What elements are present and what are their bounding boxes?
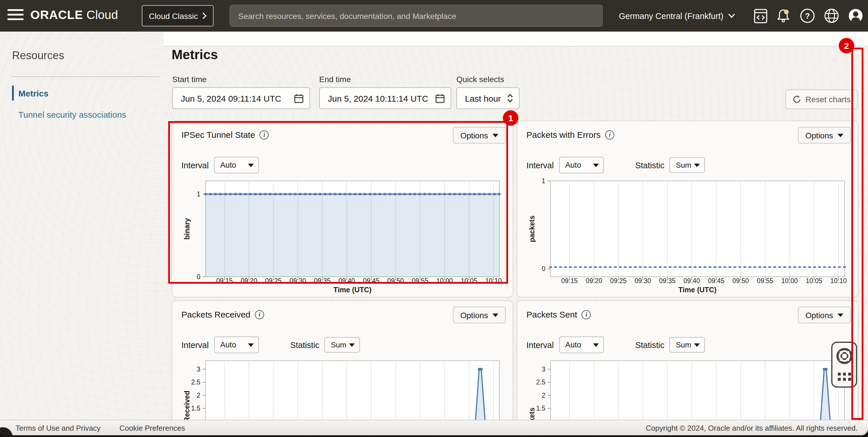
info-icon[interactable]: i: [582, 310, 591, 319]
active-indicator-bar: [12, 86, 14, 100]
caret-down-icon: [694, 343, 700, 347]
scrolled-panel-edge: [164, 32, 868, 46]
statistic-select[interactable]: Sum: [324, 337, 360, 352]
svg-text:09:55: 09:55: [412, 277, 429, 284]
svg-text:1: 1: [197, 190, 200, 198]
help-icon[interactable]: ?: [800, 8, 815, 24]
start-time-field[interactable]: Jun 5, 2024 09:11:14 UTC: [172, 87, 310, 109]
options-button[interactable]: Options: [798, 307, 851, 323]
statistic-value: Sum: [331, 341, 346, 349]
caret-down-icon: [593, 163, 598, 167]
svg-text:binary: binary: [183, 218, 191, 240]
caret-down-icon: [493, 313, 498, 317]
statistic-value: Sum: [676, 341, 691, 349]
hamburger-menu-icon[interactable]: [7, 9, 24, 22]
svg-text:10:05: 10:05: [461, 277, 477, 284]
region-label: Germany Central (Frankfurt): [619, 11, 723, 21]
chart-title: Packets Sent: [526, 310, 577, 319]
statistic-label: Statistic: [290, 340, 319, 349]
terms-link[interactable]: Terms of Use and Privacy: [16, 424, 100, 432]
interval-label: Interval: [526, 340, 554, 349]
reset-charts-button[interactable]: Reset charts: [785, 90, 858, 109]
statistic-label: Statistic: [635, 160, 664, 170]
stepper-icon: [507, 94, 513, 103]
logo-cloud: Cloud: [86, 8, 118, 21]
reset-charts-label: Reset charts: [805, 95, 850, 104]
developer-console-icon[interactable]: [753, 8, 768, 24]
calendar-icon[interactable]: [435, 93, 445, 103]
cookie-preferences-link[interactable]: Cookie Preferences: [119, 424, 185, 432]
svg-text:2: 2: [541, 392, 546, 399]
sidebar-item-label: Metrics: [19, 88, 49, 98]
packets-with-errors-chart[interactable]: 09:1509:2009:2509:3009:3509:4009:4509:50…: [526, 175, 849, 296]
user-avatar-icon[interactable]: [848, 8, 863, 24]
svg-text:09:15: 09:15: [561, 277, 578, 284]
caret-down-icon: [694, 163, 700, 167]
options-button[interactable]: Options: [453, 307, 506, 323]
info-icon[interactable]: i: [255, 310, 264, 319]
interval-select[interactable]: Auto: [214, 157, 259, 174]
svg-text:2.5: 2.5: [191, 378, 200, 386]
info-icon[interactable]: i: [260, 130, 269, 139]
info-icon[interactable]: i: [605, 130, 614, 139]
svg-text:09:30: 09:30: [290, 277, 306, 284]
svg-text:1: 1: [541, 177, 546, 185]
support-widget[interactable]: [831, 342, 857, 387]
oracle-cloud-logo[interactable]: ORACLECloud: [30, 8, 118, 22]
chart-card-packets-with-errors: Packets with Errors i Options Interval A…: [517, 121, 858, 298]
caret-down-icon: [493, 133, 498, 137]
options-button[interactable]: Options: [798, 127, 851, 144]
search-input[interactable]: [229, 5, 603, 27]
svg-text:09:55: 09:55: [757, 277, 774, 284]
annotation-badge-1: 1: [503, 110, 518, 126]
ipsec-tunnel-state-chart[interactable]: 09:1509:2009:2509:3009:3509:4009:4509:50…: [181, 175, 505, 296]
browser-viewport: ORACLECloud Cloud Classic Germany Centra…: [0, 0, 868, 437]
footer: Terms of Use and Privacy Cookie Preferen…: [0, 420, 868, 435]
interval-value: Auto: [565, 341, 581, 349]
interval-value: Auto: [220, 161, 236, 169]
svg-text:1.5: 1.5: [536, 405, 546, 412]
svg-text:0: 0: [197, 273, 200, 281]
sidebar-divider: [12, 76, 160, 77]
quick-selects-label: Quick selects: [456, 75, 504, 84]
end-time-field[interactable]: Jun 5, 2024 10:11:14 UTC: [319, 87, 451, 109]
cloud-classic-button[interactable]: Cloud Classic: [142, 5, 214, 26]
caret-down-icon: [838, 133, 843, 137]
statistic-select[interactable]: Sum: [670, 337, 705, 352]
quick-selects-dropdown[interactable]: Last hour: [456, 87, 520, 109]
interval-select[interactable]: Auto: [559, 157, 603, 174]
caret-down-icon: [248, 163, 253, 167]
end-time-value: Jun 5, 2024 10:11:14 UTC: [328, 93, 435, 103]
sidebar-item-metrics[interactable]: Metrics: [12, 86, 49, 100]
end-time-label: End time: [319, 75, 351, 84]
svg-text:09:15: 09:15: [216, 277, 233, 284]
caret-down-icon: [838, 313, 843, 317]
svg-text:2: 2: [197, 392, 200, 399]
cloud-classic-label: Cloud Classic: [149, 11, 198, 21]
calendar-icon[interactable]: [294, 93, 304, 103]
options-button[interactable]: Options: [453, 127, 506, 144]
notifications-bell-icon[interactable]: [776, 8, 791, 24]
chevron-right-icon: [202, 12, 207, 20]
statistic-select[interactable]: Sum: [670, 157, 705, 173]
svg-text:Time (UTC): Time (UTC): [334, 286, 372, 294]
language-globe-icon[interactable]: [824, 8, 839, 24]
svg-text:09:30: 09:30: [634, 277, 651, 284]
svg-text:2.5: 2.5: [536, 378, 546, 386]
sidebar-item-tunnel-security-associations[interactable]: Tunnel security associations: [19, 110, 126, 120]
options-label: Options: [805, 310, 833, 319]
interval-label: Interval: [526, 160, 554, 170]
logo-oracle: ORACLE: [30, 8, 83, 21]
grid-dots-icon: [838, 373, 851, 381]
interval-select[interactable]: Auto: [559, 337, 603, 353]
refresh-icon: [792, 95, 801, 104]
svg-text:10:10: 10:10: [830, 277, 847, 284]
svg-text:0: 0: [541, 265, 546, 273]
annotation-badge-2: 2: [839, 38, 854, 54]
svg-text:09:50: 09:50: [388, 277, 404, 284]
chart-title: IPSec Tunnel State: [181, 130, 255, 139]
region-selector[interactable]: Germany Central (Frankfurt): [619, 0, 735, 32]
statistic-label: Statistic: [635, 340, 664, 349]
svg-text:09:35: 09:35: [659, 277, 676, 284]
interval-select[interactable]: Auto: [214, 337, 259, 353]
